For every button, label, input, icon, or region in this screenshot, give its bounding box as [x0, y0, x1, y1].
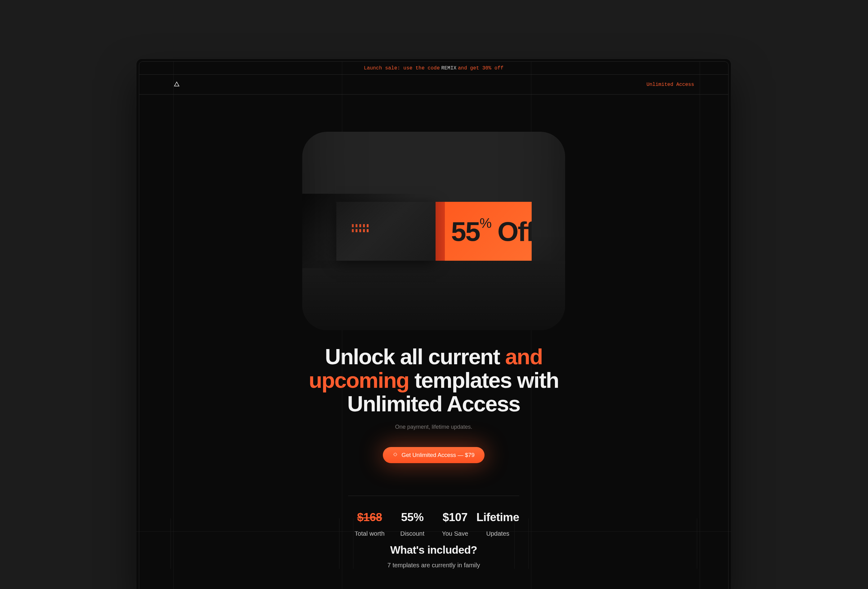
hero-image: 55% Off [302, 132, 565, 330]
hero-headline-pre: Unlock all current [325, 344, 505, 369]
get-unlimited-access-button[interactable]: Get Unlimited Access — $79 [383, 447, 484, 463]
hero-headline: Unlock all current and upcoming template… [294, 345, 573, 416]
promo-suffix: and get 30% off [458, 65, 503, 71]
cta-label: Get Unlimited Access — $79 [402, 452, 474, 459]
hero-section: 55% Off Unlock all current and upcoming … [139, 94, 728, 556]
promo-bar[interactable]: Launch sale: use the code REMIX and get … [139, 62, 728, 75]
hero-floor [302, 261, 565, 330]
included-subtitle: 7 templates are currently in family [136, 562, 731, 569]
hero-dark-box-side [435, 202, 445, 261]
page-card: Launch sale: use the code REMIX and get … [136, 59, 731, 589]
hero-badge-number: 55 [451, 216, 480, 247]
included-section: What's included? 7 templates are current… [136, 518, 731, 569]
hero-orange-box: 55% Off [445, 202, 531, 261]
hero-dark-box [337, 202, 435, 261]
hero-subtitle: One payment, lifetime updates. [395, 424, 472, 430]
promo-code: REMIX [441, 65, 457, 71]
promo-prefix: Launch sale: use the code [364, 65, 440, 71]
nav-bar: Unlimited Access [139, 75, 728, 94]
sparkle-icon [393, 452, 398, 459]
included-title: What's included? [136, 544, 731, 556]
logo-link[interactable] [173, 81, 180, 88]
triangle-logo-icon [174, 81, 180, 89]
hero-badge-percent: % [480, 216, 491, 231]
nav-unlimited-access-link[interactable]: Unlimited Access [647, 82, 694, 87]
hero-badge-word: Off [497, 216, 531, 247]
